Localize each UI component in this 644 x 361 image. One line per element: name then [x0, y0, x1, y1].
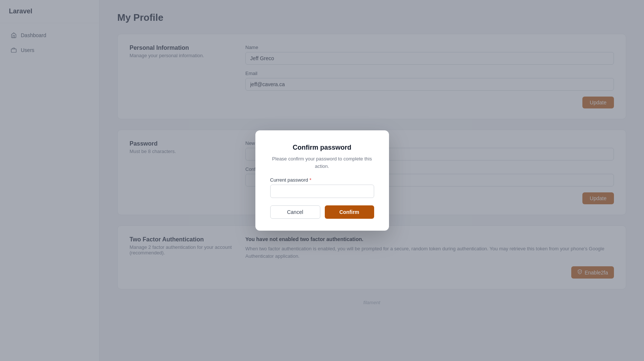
confirm-button[interactable]: Confirm — [325, 205, 374, 219]
cancel-button[interactable]: Cancel — [270, 205, 320, 219]
modal-required-marker: * — [310, 177, 311, 183]
current-password-input[interactable] — [270, 185, 374, 198]
modal-buttons: Cancel Confirm — [270, 205, 374, 219]
modal-title: Confirm password — [270, 144, 374, 152]
modal-overlay: Confirm password Please confirm your pas… — [0, 0, 644, 361]
modal-description: Please confirm your password to complete… — [270, 155, 374, 170]
confirm-password-modal: Confirm password Please confirm your pas… — [255, 130, 389, 231]
current-password-label: Current password * — [270, 177, 374, 183]
